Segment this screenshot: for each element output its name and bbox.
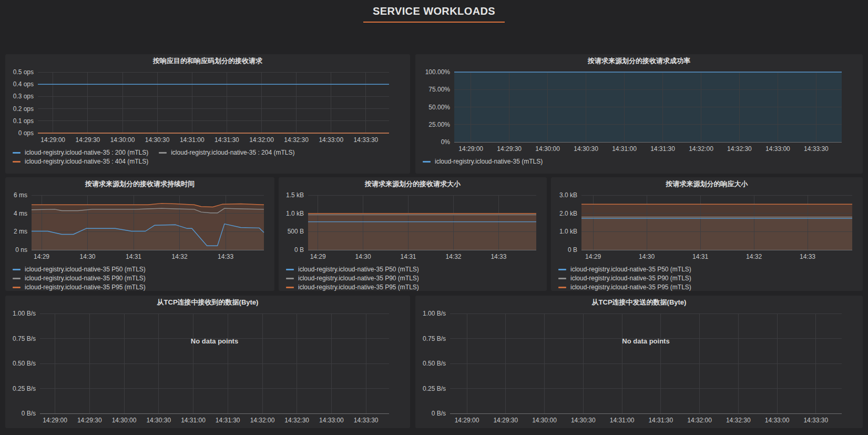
svg-text:0.25 B/s: 0.25 B/s bbox=[13, 385, 36, 392]
svg-text:75.00%: 75.00% bbox=[428, 86, 450, 93]
legend-item[interactable]: icloud-registry.icloud-native-35 P95 (mT… bbox=[286, 284, 540, 291]
svg-text:14:31: 14:31 bbox=[400, 253, 416, 260]
chart-canvas[interactable]: 100.00%75.00%50.00%25.00%0%14:29:0014:29… bbox=[421, 68, 857, 155]
legend-item[interactable]: icloud-registry.icloud-native-35 P90 (mT… bbox=[558, 275, 856, 282]
svg-text:1.0 kB: 1.0 kB bbox=[559, 228, 577, 235]
legend-label: icloud-registry.icloud-native-35 P90 (mT… bbox=[298, 275, 419, 282]
svg-text:14:31:30: 14:31:30 bbox=[216, 417, 240, 424]
svg-text:1.00 B/s: 1.00 B/s bbox=[13, 310, 36, 317]
svg-text:2.0 kB: 2.0 kB bbox=[559, 210, 577, 217]
legend-swatch bbox=[13, 161, 21, 163]
svg-text:1.5 kB: 1.5 kB bbox=[286, 191, 304, 199]
legend-item[interactable]: icloud-registry.icloud-native-35 P50 (mT… bbox=[286, 266, 540, 273]
svg-text:100.00%: 100.00% bbox=[425, 68, 451, 76]
chart-canvas[interactable]: 1.00 B/s0.75 B/s0.50 B/s0.25 B/s0 B/s14:… bbox=[421, 309, 857, 426]
svg-text:14:32: 14:32 bbox=[445, 253, 461, 260]
panel-title[interactable]: 按请求来源划分的响应大小 bbox=[551, 177, 863, 191]
panel-tcp-received: 从TCP连接中接收到的数据(Byte) 1.00 B/s0.75 B/s0.50… bbox=[5, 296, 410, 428]
svg-text:0 B: 0 B bbox=[568, 246, 577, 254]
svg-text:14:30:00: 14:30:00 bbox=[112, 417, 137, 424]
svg-text:500 B: 500 B bbox=[288, 228, 304, 235]
legend-item[interactable]: icloud-registry.icloud-native-35 P90 (mT… bbox=[13, 275, 268, 282]
panel-title[interactable]: 按请求来源划分的接收请求持续时间 bbox=[5, 177, 274, 191]
legend-item[interactable]: icloud-registry.icloud-native-35 P95 (mT… bbox=[13, 284, 268, 291]
legend-item[interactable]: icloud-registry.icloud-native-35 P95 (mT… bbox=[558, 284, 856, 291]
svg-text:14:31:00: 14:31:00 bbox=[180, 136, 205, 144]
legend: icloud-registry.icloud-native-35 (mTLS) bbox=[423, 158, 856, 167]
legend-item[interactable]: icloud-registry.icloud-native-35 : 200 (… bbox=[13, 149, 148, 156]
chart-canvas[interactable]: 1.5 kB1.0 kB500 B0 B14:2914:3014:3114:32… bbox=[284, 191, 542, 262]
legend-item[interactable]: icloud-registry.icloud-native-35 (mTLS) bbox=[423, 158, 543, 165]
svg-text:14:33:00: 14:33:00 bbox=[319, 417, 344, 424]
legend-label: icloud-registry.icloud-native-35 (mTLS) bbox=[435, 158, 543, 165]
legend-label: icloud-registry.icloud-native-35 P95 (mT… bbox=[298, 284, 419, 291]
svg-text:14:30:30: 14:30:30 bbox=[571, 417, 596, 424]
dashboard-page: SERVICE WORKLOADS 按响应目的和响应码划分的接收请求 0.5 o… bbox=[0, 0, 868, 435]
legend-label: icloud-registry.icloud-native-35 : 200 (… bbox=[25, 149, 148, 156]
svg-text:14:32: 14:32 bbox=[172, 253, 188, 260]
legend-item[interactable]: icloud-registry.icloud-native-35 : 204 (… bbox=[159, 149, 294, 156]
panel-title[interactable]: 按请求来源划分的接收请求大小 bbox=[279, 177, 547, 191]
panel-title[interactable]: 按请求来源划分的接收请求成功率 bbox=[415, 54, 863, 68]
panel-success-rate: 按请求来源划分的接收请求成功率 100.00%75.00%50.00%25.00… bbox=[415, 54, 863, 174]
svg-text:14:30: 14:30 bbox=[639, 253, 655, 260]
legend-swatch bbox=[423, 161, 431, 163]
legend-swatch bbox=[286, 287, 294, 288]
panel-tcp-sent: 从TCP连接中发送的数据(Byte) 1.00 B/s0.75 B/s0.50 … bbox=[415, 296, 863, 428]
chart-canvas[interactable]: 6 ms4 ms2 ms0 ns14:2914:3014:3114:3214:3… bbox=[11, 191, 269, 262]
chart-canvas[interactable]: 1.00 B/s0.75 B/s0.50 B/s0.25 B/s0 B/s14:… bbox=[11, 309, 405, 426]
legend-label: icloud-registry.icloud-native-35 : 204 (… bbox=[171, 149, 294, 156]
svg-text:3.0 kB: 3.0 kB bbox=[559, 191, 577, 199]
svg-text:14:30:00: 14:30:00 bbox=[535, 145, 560, 153]
legend-swatch bbox=[286, 269, 294, 270]
svg-text:14:31:00: 14:31:00 bbox=[610, 417, 635, 424]
legend-swatch bbox=[558, 287, 566, 288]
legend-label: icloud-registry.icloud-native-35 P95 (mT… bbox=[25, 284, 146, 291]
svg-text:14:33:30: 14:33:30 bbox=[803, 417, 828, 424]
svg-text:14:32:30: 14:32:30 bbox=[284, 136, 309, 144]
svg-text:14:33:00: 14:33:00 bbox=[765, 145, 790, 153]
legend-item[interactable]: icloud-registry.icloud-native-35 : 404 (… bbox=[13, 158, 148, 165]
svg-text:0.3 ops: 0.3 ops bbox=[13, 93, 34, 100]
svg-text:0.50 B/s: 0.50 B/s bbox=[423, 360, 446, 367]
panel-title[interactable]: 从TCP连接中接收到的数据(Byte) bbox=[5, 296, 410, 309]
svg-text:0 B: 0 B bbox=[294, 246, 304, 254]
legend-label: icloud-registry.icloud-native-35 P95 (mT… bbox=[570, 284, 691, 291]
svg-text:14:33: 14:33 bbox=[491, 253, 506, 260]
svg-text:0 B/s: 0 B/s bbox=[22, 410, 36, 417]
svg-text:6 ms: 6 ms bbox=[14, 191, 27, 199]
svg-text:No data points: No data points bbox=[191, 337, 238, 345]
svg-text:14:33: 14:33 bbox=[800, 253, 815, 260]
legend-swatch bbox=[558, 269, 566, 270]
svg-text:14:30: 14:30 bbox=[355, 253, 371, 260]
svg-text:14:32:00: 14:32:00 bbox=[249, 136, 274, 144]
panel-title[interactable]: 按响应目的和响应码划分的接收请求 bbox=[5, 54, 410, 68]
legend-label: icloud-registry.icloud-native-35 P50 (mT… bbox=[25, 266, 146, 273]
page-title: SERVICE WORKLOADS bbox=[363, 5, 505, 23]
legend-swatch bbox=[159, 152, 167, 154]
chart-canvas[interactable]: 0.5 ops0.4 ops0.3 ops0.2 ops0.1 ops0 ops… bbox=[11, 68, 405, 146]
svg-text:0.75 B/s: 0.75 B/s bbox=[423, 335, 446, 342]
svg-text:0.2 ops: 0.2 ops bbox=[13, 105, 34, 113]
legend-swatch bbox=[286, 278, 294, 279]
legend-swatch bbox=[13, 152, 21, 154]
legend-item[interactable]: icloud-registry.icloud-native-35 P50 (mT… bbox=[13, 266, 268, 273]
panel-request-size: 按请求来源划分的接收请求大小 1.5 kB1.0 kB500 B0 B14:29… bbox=[279, 177, 547, 291]
legend-item[interactable]: icloud-registry.icloud-native-35 P90 (mT… bbox=[286, 275, 540, 282]
panel-request-duration: 按请求来源划分的接收请求持续时间 6 ms4 ms2 ms0 ns14:2914… bbox=[5, 177, 274, 291]
svg-text:14:30:00: 14:30:00 bbox=[110, 136, 135, 144]
svg-text:50.00%: 50.00% bbox=[428, 104, 450, 111]
panel-title[interactable]: 从TCP连接中发送的数据(Byte) bbox=[415, 296, 863, 309]
legend-item[interactable]: icloud-registry.icloud-native-35 P50 (mT… bbox=[558, 266, 856, 273]
svg-text:14:29:00: 14:29:00 bbox=[458, 145, 483, 153]
svg-text:14:29: 14:29 bbox=[34, 253, 49, 260]
svg-text:14:29:30: 14:29:30 bbox=[77, 417, 102, 424]
svg-text:14:33: 14:33 bbox=[218, 253, 233, 260]
legend: icloud-registry.icloud-native-35 : 200 (… bbox=[13, 149, 404, 167]
chart-canvas[interactable]: 3.0 kB2.0 kB1.0 kB0 B14:2914:3014:3114:3… bbox=[556, 191, 857, 262]
svg-text:14:31: 14:31 bbox=[126, 253, 141, 260]
legend: icloud-registry.icloud-native-35 P50 (mT… bbox=[13, 266, 268, 291]
svg-text:14:31:30: 14:31:30 bbox=[215, 136, 239, 144]
svg-text:14:30:00: 14:30:00 bbox=[532, 417, 557, 424]
legend-label: icloud-registry.icloud-native-35 P90 (mT… bbox=[25, 275, 146, 282]
